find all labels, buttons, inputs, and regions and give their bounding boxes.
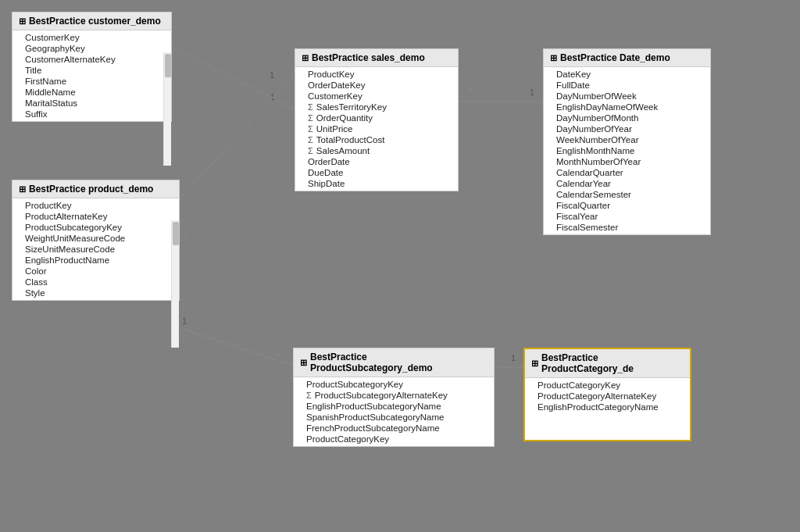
list-item: ProductCategoryKey xyxy=(525,380,690,391)
list-item: DayNumberOfWeek xyxy=(544,91,710,102)
svg-text:*: * xyxy=(469,85,473,98)
svg-text:*: * xyxy=(183,230,188,243)
list-item: FrenchProductSubcategoryName xyxy=(294,423,494,434)
sales-table-title: BestPractice sales_demo xyxy=(312,52,425,63)
list-item: MaritalStatus xyxy=(12,98,171,109)
list-item: ProductKey xyxy=(295,69,458,80)
list-item: CustomerKey xyxy=(295,91,458,102)
list-item: Color xyxy=(12,266,179,277)
customer-table-title: BestPractice customer_demo xyxy=(29,16,161,27)
svg-text:1: 1 xyxy=(270,92,275,102)
list-item: ProductSubcategoryKey xyxy=(294,379,494,390)
list-item: FiscalQuarter xyxy=(544,200,710,211)
list-item: ProductAlternateKey xyxy=(12,211,179,222)
list-item: Title xyxy=(12,65,171,76)
list-item: Σ ProductSubcategoryAlternateKey xyxy=(294,390,494,401)
table-grid-icon: ⊞ xyxy=(302,53,309,63)
svg-line-12 xyxy=(176,327,293,366)
list-item: Style xyxy=(12,287,179,298)
customer-table: ⊞ BestPractice customer_demo CustomerKey… xyxy=(12,12,172,122)
customer-table-body: CustomerKey GeographyKey CustomerAlterna… xyxy=(12,30,171,121)
list-item: EnglishProductCategoryName xyxy=(525,402,690,412)
svg-text:1: 1 xyxy=(511,353,516,362)
svg-text:1: 1 xyxy=(530,87,534,97)
list-item: CalendarYear xyxy=(544,178,710,189)
list-item: FirstName xyxy=(12,76,171,87)
list-item: ShipDate xyxy=(295,178,458,189)
list-item: CustomerKey xyxy=(12,32,171,43)
list-item: EnglishMonthName xyxy=(544,145,710,156)
subcategory-table-header: ⊞ BestPractice ProductSubcategory_demo xyxy=(294,348,494,377)
list-item: FiscalSemester xyxy=(544,222,710,233)
list-item: MonthNumberOfYear xyxy=(544,156,710,167)
list-item: EnglishProductSubcategoryName xyxy=(294,401,494,412)
list-item: DayNumberOfYear xyxy=(544,123,710,134)
list-item: CalendarSemester xyxy=(544,189,710,200)
subcategory-table-body: ProductSubcategoryKey Σ ProductSubcatego… xyxy=(294,377,494,446)
list-item: CustomerAlternateKey xyxy=(12,54,171,65)
list-item: Σ TotalProductCost xyxy=(295,134,458,145)
category-table-body: ProductCategoryKey ProductCategoryAltern… xyxy=(525,378,690,414)
list-item: ProductCategoryAlternateKey xyxy=(525,391,690,402)
sales-table-header: ⊞ BestPractice sales_demo xyxy=(295,49,458,67)
sales-table-body: ProductKey OrderDateKey CustomerKey Σ Sa… xyxy=(295,67,458,191)
list-item: Σ UnitPrice xyxy=(295,123,458,134)
svg-text:1: 1 xyxy=(182,316,187,326)
category-table: ⊞ BestPractice ProductCategory_de Produc… xyxy=(523,348,691,441)
list-item: Σ SalesTerritoryKey xyxy=(295,102,458,112)
list-item: CalendarQuarter xyxy=(544,167,710,178)
customer-table-header: ⊞ BestPractice customer_demo xyxy=(12,12,171,30)
list-item: EnglishDayNameOfWeek xyxy=(544,102,710,112)
list-item: FullDate xyxy=(544,80,710,91)
table-grid-icon: ⊞ xyxy=(300,358,307,368)
list-item: ProductSubcategoryKey xyxy=(12,222,179,233)
table-grid-icon: ⊞ xyxy=(19,16,26,27)
list-item: SpanishProductSubcategoryName xyxy=(294,412,494,423)
table-grid-icon: ⊞ xyxy=(550,53,557,63)
list-item: ProductKey xyxy=(12,200,179,211)
list-item: ProductCategoryKey xyxy=(294,434,494,445)
category-table-header: ⊞ BestPractice ProductCategory_de xyxy=(525,349,690,378)
date-table: ⊞ BestPractice Date_demo DateKey FullDat… xyxy=(543,48,711,235)
scrollbar[interactable] xyxy=(171,220,179,348)
subcategory-table-title: BestPractice ProductSubcategory_demo xyxy=(310,352,488,373)
sales-table: ⊞ BestPractice sales_demo ProductKey Ord… xyxy=(295,48,459,191)
list-item: Σ SalesAmount xyxy=(295,145,458,156)
list-item: EnglishProductName xyxy=(12,255,179,266)
table-grid-icon: ⊞ xyxy=(531,359,538,369)
list-item: SizeUnitMeasureCode xyxy=(12,244,179,255)
table-grid-icon: ⊞ xyxy=(19,184,26,195)
list-item: WeightUnitMeasureCode xyxy=(12,233,179,244)
product-table-header: ⊞ BestPractice product_demo xyxy=(12,180,179,198)
list-item: GeographyKey xyxy=(12,43,171,54)
list-item: WeekNumberOfYear xyxy=(544,134,710,145)
svg-text:1: 1 xyxy=(270,70,274,80)
list-item: OrderDateKey xyxy=(295,80,458,91)
list-item: FiscalYear xyxy=(544,211,710,222)
svg-line-0 xyxy=(164,43,295,109)
list-item: DayNumberOfMonth xyxy=(544,112,710,123)
list-item: DateKey xyxy=(544,69,710,80)
list-item: Σ OrderQuantity xyxy=(295,112,458,123)
date-table-header: ⊞ BestPractice Date_demo xyxy=(544,49,710,67)
list-item: DueDate xyxy=(295,167,458,178)
date-table-title: BestPractice Date_demo xyxy=(560,52,670,63)
list-item: Suffix xyxy=(12,109,171,120)
svg-line-4 xyxy=(176,74,295,203)
list-item: OrderDate xyxy=(295,156,458,167)
list-item: MiddleName xyxy=(12,87,171,98)
scrollbar[interactable] xyxy=(163,52,171,166)
subcategory-table: ⊞ BestPractice ProductSubcategory_demo P… xyxy=(293,348,495,447)
list-item: Class xyxy=(12,277,179,287)
product-table: ⊞ BestPractice product_demo ProductKey P… xyxy=(12,180,180,301)
date-table-body: DateKey FullDate DayNumberOfWeek English… xyxy=(544,67,710,234)
product-table-title: BestPractice product_demo xyxy=(29,184,153,195)
product-table-body: ProductKey ProductAlternateKey ProductSu… xyxy=(12,198,179,300)
svg-text:*: * xyxy=(277,351,282,363)
category-table-title: BestPractice ProductCategory_de xyxy=(541,352,684,374)
